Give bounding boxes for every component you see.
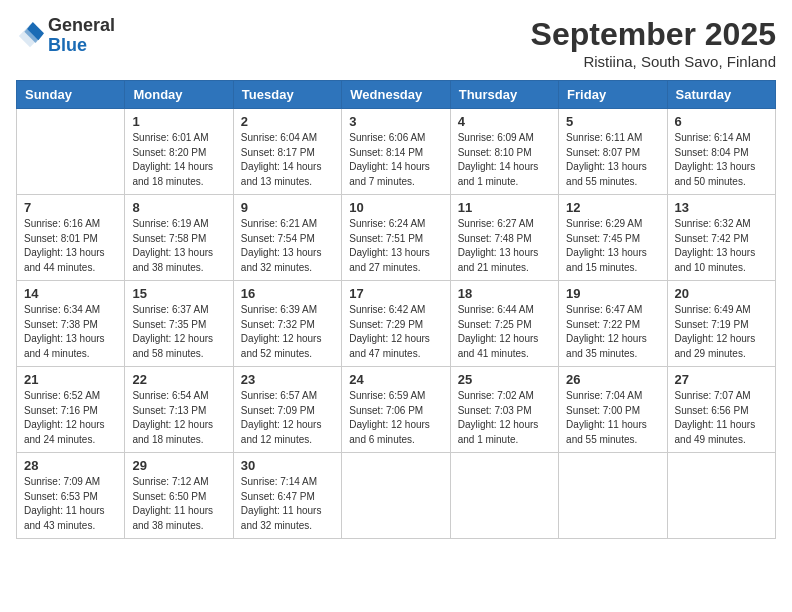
day-info: Sunrise: 6:04 AMSunset: 8:17 PMDaylight:…: [241, 131, 334, 189]
day-info: Sunrise: 6:59 AMSunset: 7:06 PMDaylight:…: [349, 389, 442, 447]
day-info: Sunrise: 7:04 AMSunset: 7:00 PMDaylight:…: [566, 389, 659, 447]
day-number: 3: [349, 114, 442, 129]
weekday-header-saturday: Saturday: [667, 81, 775, 109]
calendar-cell: 24Sunrise: 6:59 AMSunset: 7:06 PMDayligh…: [342, 367, 450, 453]
day-info: Sunrise: 7:07 AMSunset: 6:56 PMDaylight:…: [675, 389, 768, 447]
day-number: 23: [241, 372, 334, 387]
calendar-cell: 25Sunrise: 7:02 AMSunset: 7:03 PMDayligh…: [450, 367, 558, 453]
weekday-header-thursday: Thursday: [450, 81, 558, 109]
day-info: Sunrise: 6:52 AMSunset: 7:16 PMDaylight:…: [24, 389, 117, 447]
weekday-header-sunday: Sunday: [17, 81, 125, 109]
day-number: 29: [132, 458, 225, 473]
calendar-cell: 1Sunrise: 6:01 AMSunset: 8:20 PMDaylight…: [125, 109, 233, 195]
day-info: Sunrise: 7:14 AMSunset: 6:47 PMDaylight:…: [241, 475, 334, 533]
calendar-cell: [450, 453, 558, 539]
day-number: 4: [458, 114, 551, 129]
calendar-cell: 5Sunrise: 6:11 AMSunset: 8:07 PMDaylight…: [559, 109, 667, 195]
day-info: Sunrise: 6:01 AMSunset: 8:20 PMDaylight:…: [132, 131, 225, 189]
calendar-cell: 17Sunrise: 6:42 AMSunset: 7:29 PMDayligh…: [342, 281, 450, 367]
calendar-cell: 8Sunrise: 6:19 AMSunset: 7:58 PMDaylight…: [125, 195, 233, 281]
day-info: Sunrise: 7:12 AMSunset: 6:50 PMDaylight:…: [132, 475, 225, 533]
day-number: 1: [132, 114, 225, 129]
day-number: 30: [241, 458, 334, 473]
day-info: Sunrise: 6:44 AMSunset: 7:25 PMDaylight:…: [458, 303, 551, 361]
day-number: 28: [24, 458, 117, 473]
day-info: Sunrise: 7:09 AMSunset: 6:53 PMDaylight:…: [24, 475, 117, 533]
calendar-week-row: 21Sunrise: 6:52 AMSunset: 7:16 PMDayligh…: [17, 367, 776, 453]
calendar-cell: 15Sunrise: 6:37 AMSunset: 7:35 PMDayligh…: [125, 281, 233, 367]
day-number: 15: [132, 286, 225, 301]
calendar-cell: [559, 453, 667, 539]
calendar-cell: 2Sunrise: 6:04 AMSunset: 8:17 PMDaylight…: [233, 109, 341, 195]
location: Ristiina, South Savo, Finland: [531, 53, 776, 70]
day-info: Sunrise: 6:14 AMSunset: 8:04 PMDaylight:…: [675, 131, 768, 189]
day-number: 27: [675, 372, 768, 387]
calendar-week-row: 7Sunrise: 6:16 AMSunset: 8:01 PMDaylight…: [17, 195, 776, 281]
day-info: Sunrise: 6:49 AMSunset: 7:19 PMDaylight:…: [675, 303, 768, 361]
page-header: General Blue September 2025 Ristiina, So…: [16, 16, 776, 70]
calendar-cell: 29Sunrise: 7:12 AMSunset: 6:50 PMDayligh…: [125, 453, 233, 539]
day-number: 20: [675, 286, 768, 301]
day-info: Sunrise: 6:29 AMSunset: 7:45 PMDaylight:…: [566, 217, 659, 275]
day-info: Sunrise: 6:47 AMSunset: 7:22 PMDaylight:…: [566, 303, 659, 361]
day-info: Sunrise: 6:19 AMSunset: 7:58 PMDaylight:…: [132, 217, 225, 275]
calendar-cell: 30Sunrise: 7:14 AMSunset: 6:47 PMDayligh…: [233, 453, 341, 539]
weekday-header-monday: Monday: [125, 81, 233, 109]
day-number: 12: [566, 200, 659, 215]
weekday-header-wednesday: Wednesday: [342, 81, 450, 109]
calendar-cell: 3Sunrise: 6:06 AMSunset: 8:14 PMDaylight…: [342, 109, 450, 195]
day-info: Sunrise: 6:24 AMSunset: 7:51 PMDaylight:…: [349, 217, 442, 275]
day-number: 26: [566, 372, 659, 387]
calendar-cell: 19Sunrise: 6:47 AMSunset: 7:22 PMDayligh…: [559, 281, 667, 367]
logo-icon: [16, 22, 44, 50]
calendar-week-row: 1Sunrise: 6:01 AMSunset: 8:20 PMDaylight…: [17, 109, 776, 195]
day-info: Sunrise: 6:34 AMSunset: 7:38 PMDaylight:…: [24, 303, 117, 361]
day-number: 25: [458, 372, 551, 387]
day-number: 5: [566, 114, 659, 129]
day-number: 10: [349, 200, 442, 215]
day-number: 14: [24, 286, 117, 301]
calendar-cell: [667, 453, 775, 539]
logo: General Blue: [16, 16, 115, 56]
calendar-cell: 10Sunrise: 6:24 AMSunset: 7:51 PMDayligh…: [342, 195, 450, 281]
calendar-cell: 18Sunrise: 6:44 AMSunset: 7:25 PMDayligh…: [450, 281, 558, 367]
calendar-cell: 21Sunrise: 6:52 AMSunset: 7:16 PMDayligh…: [17, 367, 125, 453]
calendar-cell: [17, 109, 125, 195]
day-number: 9: [241, 200, 334, 215]
calendar-cell: 6Sunrise: 6:14 AMSunset: 8:04 PMDaylight…: [667, 109, 775, 195]
calendar-cell: 13Sunrise: 6:32 AMSunset: 7:42 PMDayligh…: [667, 195, 775, 281]
day-info: Sunrise: 6:21 AMSunset: 7:54 PMDaylight:…: [241, 217, 334, 275]
calendar-cell: 11Sunrise: 6:27 AMSunset: 7:48 PMDayligh…: [450, 195, 558, 281]
day-number: 6: [675, 114, 768, 129]
calendar-cell: 27Sunrise: 7:07 AMSunset: 6:56 PMDayligh…: [667, 367, 775, 453]
weekday-header-tuesday: Tuesday: [233, 81, 341, 109]
calendar-cell: 4Sunrise: 6:09 AMSunset: 8:10 PMDaylight…: [450, 109, 558, 195]
calendar-cell: 7Sunrise: 6:16 AMSunset: 8:01 PMDaylight…: [17, 195, 125, 281]
day-info: Sunrise: 6:16 AMSunset: 8:01 PMDaylight:…: [24, 217, 117, 275]
day-number: 11: [458, 200, 551, 215]
day-info: Sunrise: 6:06 AMSunset: 8:14 PMDaylight:…: [349, 131, 442, 189]
day-info: Sunrise: 6:37 AMSunset: 7:35 PMDaylight:…: [132, 303, 225, 361]
day-number: 13: [675, 200, 768, 215]
title-area: September 2025 Ristiina, South Savo, Fin…: [531, 16, 776, 70]
calendar-cell: [342, 453, 450, 539]
day-info: Sunrise: 6:32 AMSunset: 7:42 PMDaylight:…: [675, 217, 768, 275]
calendar-cell: 20Sunrise: 6:49 AMSunset: 7:19 PMDayligh…: [667, 281, 775, 367]
calendar-cell: 26Sunrise: 7:04 AMSunset: 7:00 PMDayligh…: [559, 367, 667, 453]
day-info: Sunrise: 6:57 AMSunset: 7:09 PMDaylight:…: [241, 389, 334, 447]
calendar-cell: 23Sunrise: 6:57 AMSunset: 7:09 PMDayligh…: [233, 367, 341, 453]
day-info: Sunrise: 7:02 AMSunset: 7:03 PMDaylight:…: [458, 389, 551, 447]
day-info: Sunrise: 6:54 AMSunset: 7:13 PMDaylight:…: [132, 389, 225, 447]
day-info: Sunrise: 6:09 AMSunset: 8:10 PMDaylight:…: [458, 131, 551, 189]
calendar-cell: 22Sunrise: 6:54 AMSunset: 7:13 PMDayligh…: [125, 367, 233, 453]
calendar-cell: 16Sunrise: 6:39 AMSunset: 7:32 PMDayligh…: [233, 281, 341, 367]
calendar-week-row: 28Sunrise: 7:09 AMSunset: 6:53 PMDayligh…: [17, 453, 776, 539]
day-info: Sunrise: 6:27 AMSunset: 7:48 PMDaylight:…: [458, 217, 551, 275]
day-number: 2: [241, 114, 334, 129]
calendar-table: SundayMondayTuesdayWednesdayThursdayFrid…: [16, 80, 776, 539]
logo-text: General Blue: [48, 16, 115, 56]
day-number: 17: [349, 286, 442, 301]
calendar-cell: 9Sunrise: 6:21 AMSunset: 7:54 PMDaylight…: [233, 195, 341, 281]
calendar-week-row: 14Sunrise: 6:34 AMSunset: 7:38 PMDayligh…: [17, 281, 776, 367]
calendar-cell: 12Sunrise: 6:29 AMSunset: 7:45 PMDayligh…: [559, 195, 667, 281]
